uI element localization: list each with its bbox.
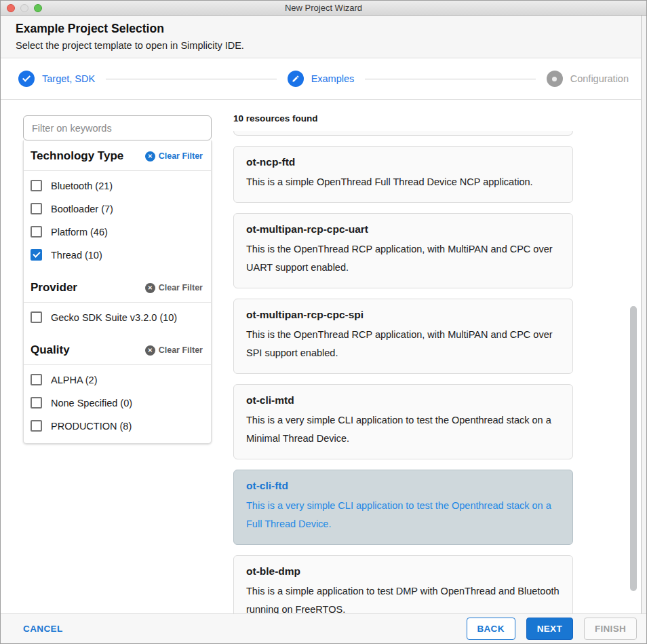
step-examples[interactable]: Examples bbox=[288, 71, 355, 87]
step-active-edit-icon bbox=[288, 71, 304, 87]
checkbox-icon bbox=[31, 420, 42, 432]
card-description: This is the OpenThread RCP application, … bbox=[246, 326, 560, 362]
option-group-provider: Gecko SDK Suite v3.2.0 (10) bbox=[24, 303, 211, 335]
window-right-gutter bbox=[641, 16, 646, 613]
wizard-stepper: Target, SDK Examples Configuration bbox=[1, 58, 646, 100]
option-label: Bootloader (7) bbox=[51, 204, 113, 214]
filter-option-bluetooth[interactable]: Bluetooth (21) bbox=[24, 174, 211, 197]
filter-option-none-specified[interactable]: None Specified (0) bbox=[24, 392, 211, 415]
filter-option-gecko-sdk[interactable]: Gecko SDK Suite v3.2.0 (10) bbox=[24, 306, 211, 329]
page-title: Example Project Selection bbox=[16, 22, 646, 36]
card-title: ot-ncp-ftd bbox=[246, 156, 560, 168]
step-target-sdk[interactable]: Target, SDK bbox=[18, 71, 95, 87]
option-label: None Specified (0) bbox=[51, 398, 132, 409]
checkbox-icon bbox=[31, 203, 42, 214]
titlebar: New Project Wizard bbox=[1, 1, 646, 16]
minimize-window-icon bbox=[20, 4, 28, 12]
stepper-connector bbox=[106, 79, 276, 79]
page-subtitle: Select the project template to open in S… bbox=[16, 40, 646, 51]
section-title: Technology Type bbox=[31, 149, 123, 163]
checkbox-icon bbox=[31, 397, 42, 409]
option-label: Thread (10) bbox=[51, 250, 102, 261]
card-title: ot-multipan-rcp-cpc-spi bbox=[246, 309, 560, 321]
step-configuration: Configuration bbox=[547, 71, 629, 87]
step-label: Configuration bbox=[570, 73, 629, 84]
checkbox-icon bbox=[31, 226, 42, 238]
step-label: Examples bbox=[311, 73, 355, 84]
window-title: New Project Wizard bbox=[285, 3, 362, 13]
checkbox-icon bbox=[31, 374, 42, 385]
next-button[interactable]: NEXT bbox=[526, 618, 573, 640]
keyword-filter-input[interactable] bbox=[23, 115, 212, 140]
option-label: Bluetooth (21) bbox=[51, 181, 113, 191]
checkbox-icon bbox=[31, 249, 42, 261]
option-label: ALPHA (2) bbox=[51, 375, 98, 385]
checkbox-icon bbox=[31, 180, 42, 191]
filter-option-bootloader[interactable]: Bootloader (7) bbox=[24, 197, 211, 221]
filter-option-alpha[interactable]: ALPHA (2) bbox=[24, 368, 211, 392]
clear-filter-technology-type[interactable]: Clear Filter bbox=[145, 151, 203, 162]
results-count: 10 resources found bbox=[233, 113, 573, 124]
step-label: Target, SDK bbox=[42, 73, 95, 84]
section-title: Quality bbox=[31, 343, 70, 357]
clear-filter-label: Clear Filter bbox=[159, 283, 203, 292]
card-title: ot-cli-mtd bbox=[246, 394, 560, 406]
card-description: This is a very simple CLI application to… bbox=[246, 411, 560, 448]
new-project-wizard-dialog: New Project Wizard Example Project Selec… bbox=[0, 0, 647, 644]
example-card-ot-multipan-rcp-cpc-uart[interactable]: ot-multipan-rcp-cpc-uart This is the Ope… bbox=[233, 213, 573, 288]
filter-section-quality: Quality Clear Filter bbox=[24, 335, 211, 364]
card-description: This is a simple OpenThread Full Thread … bbox=[246, 173, 560, 191]
filter-panel: Technology Type Clear Filter Bluetooth (… bbox=[23, 140, 212, 444]
main-content: Technology Type Clear Filter Bluetooth (… bbox=[1, 100, 646, 613]
card-description: This is the OpenThread RCP application, … bbox=[246, 240, 560, 277]
zoom-window-icon[interactable] bbox=[34, 4, 42, 12]
option-label: PRODUCTION (8) bbox=[51, 421, 132, 432]
example-results-list: 10 resources found ot-ncp-ftd This is a … bbox=[233, 113, 573, 630]
option-label: Gecko SDK Suite v3.2.0 (10) bbox=[51, 312, 177, 323]
clear-filter-label: Clear Filter bbox=[159, 345, 203, 355]
traffic-lights bbox=[7, 4, 42, 12]
header: Example Project Selection Select the pro… bbox=[1, 16, 646, 58]
filter-option-production[interactable]: PRODUCTION (8) bbox=[24, 415, 211, 438]
filter-option-thread[interactable]: Thread (10) bbox=[24, 244, 211, 267]
clear-filter-x-icon bbox=[145, 345, 155, 356]
filter-option-platform[interactable]: Platform (46) bbox=[24, 221, 211, 244]
partially-scrolled-card bbox=[233, 131, 573, 136]
stepper-connector bbox=[365, 79, 535, 79]
filter-section-provider: Provider Clear Filter bbox=[24, 272, 211, 302]
clear-filter-label: Clear Filter bbox=[159, 151, 203, 161]
filter-sidebar: Technology Type Clear Filter Bluetooth (… bbox=[23, 115, 212, 444]
back-button[interactable]: BACK bbox=[467, 618, 515, 640]
example-card-ot-multipan-rcp-cpc-spi[interactable]: ot-multipan-rcp-cpc-spi This is the Open… bbox=[233, 299, 573, 374]
step-pending-dot-icon bbox=[547, 71, 563, 87]
clear-filter-x-icon bbox=[145, 283, 155, 293]
filter-section-technology-type: Technology Type Clear Filter bbox=[24, 140, 211, 170]
clear-filter-quality[interactable]: Clear Filter bbox=[145, 345, 203, 356]
example-card-ot-cli-mtd[interactable]: ot-cli-mtd This is a very simple CLI app… bbox=[233, 384, 573, 459]
option-group-technology-type: Bluetooth (21) Bootloader (7) Platform (… bbox=[24, 171, 211, 272]
checkbox-icon bbox=[31, 311, 42, 323]
card-title: ot-cli-ftd bbox=[246, 480, 560, 492]
cancel-button[interactable]: CANCEL bbox=[23, 624, 63, 634]
example-card-ot-cli-ftd[interactable]: ot-cli-ftd This is a very simple CLI app… bbox=[233, 470, 573, 545]
footer: CANCEL BACK NEXT FINISH bbox=[1, 613, 646, 643]
option-label: Platform (46) bbox=[51, 227, 108, 238]
card-title: ot-multipan-rcp-cpc-uart bbox=[246, 223, 560, 235]
finish-button: FINISH bbox=[584, 618, 637, 640]
clear-filter-provider[interactable]: Clear Filter bbox=[145, 283, 203, 293]
clear-filter-x-icon bbox=[145, 151, 155, 162]
scrollbar-thumb[interactable] bbox=[630, 306, 637, 591]
close-window-icon[interactable] bbox=[7, 4, 15, 12]
example-card-ot-ncp-ftd[interactable]: ot-ncp-ftd This is a simple OpenThread F… bbox=[233, 146, 573, 203]
section-title: Provider bbox=[31, 281, 77, 295]
step-complete-check-icon bbox=[18, 71, 35, 87]
card-description: This is a very simple CLI application to… bbox=[246, 497, 560, 533]
option-group-quality: ALPHA (2) None Specified (0) PRODUCTION … bbox=[24, 365, 211, 443]
card-title: ot-ble-dmp bbox=[246, 565, 560, 577]
